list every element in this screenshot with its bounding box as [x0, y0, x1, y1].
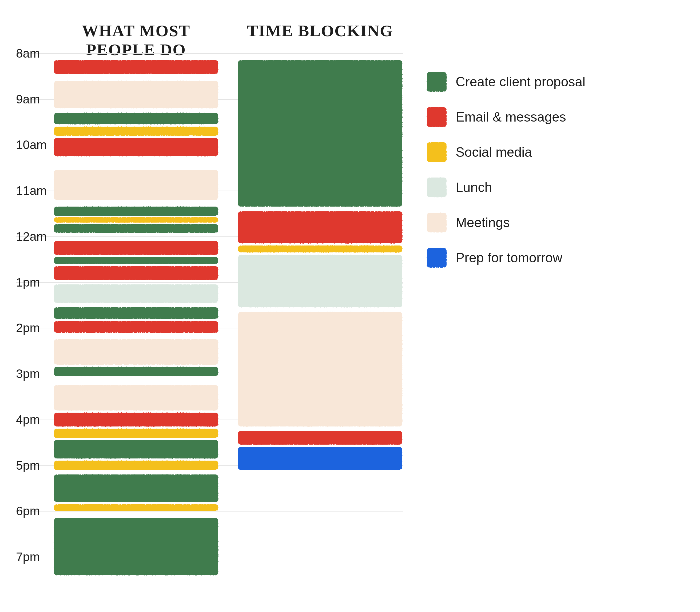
time-block-pink: [54, 339, 218, 364]
legend-item-lunch: Lunch: [427, 178, 585, 197]
time-block-red: [54, 60, 218, 74]
legend-swatch: [427, 178, 447, 197]
legend-label: Email & messages: [456, 109, 566, 125]
axis-tick: 1pm: [16, 275, 53, 290]
axis-tick: 7pm: [16, 550, 53, 564]
timeline-chart: 8am9am10am11am12am1pm2pm3pm4pm5pm6pm7pm: [16, 53, 403, 580]
axis-tick: 4pm: [16, 412, 53, 427]
time-block-green: [238, 60, 402, 207]
legend-item-blue: Prep for tomorrow: [427, 248, 585, 268]
time-block-yellow: [54, 461, 218, 470]
axis-tick: 2pm: [16, 321, 53, 335]
column-title-right: TIME BLOCKING: [238, 21, 403, 40]
time-block-green: [54, 474, 218, 502]
time-block-yellow: [54, 504, 218, 511]
time-block-red: [54, 413, 218, 427]
axis-tick: 12am: [16, 229, 53, 244]
legend: Create client proposalEmail & messagesSo…: [427, 72, 585, 268]
legend-swatch: [427, 248, 447, 268]
legend-swatch: [427, 142, 447, 162]
time-block-green: [54, 367, 218, 376]
legend-label: Create client proposal: [456, 74, 585, 89]
time-block-red: [54, 241, 218, 255]
axis-tick: 9am: [16, 92, 53, 106]
time-block-green: [54, 257, 218, 264]
time-block-pink: [54, 170, 218, 200]
axis-tick: 11am: [16, 183, 53, 198]
axis-tick: 3pm: [16, 366, 53, 381]
legend-label: Lunch: [456, 180, 492, 195]
axis-tick: 8am: [16, 46, 53, 60]
time-block-blue: [238, 447, 402, 470]
legend-item-red: Email & messages: [427, 107, 585, 127]
column-time-blocking: [238, 53, 403, 580]
legend-item-green: Create client proposal: [427, 72, 585, 92]
time-block-pink: [54, 81, 218, 108]
time-block-green: [54, 207, 218, 215]
time-block-yellow: [238, 246, 402, 252]
time-block-red: [238, 211, 402, 244]
legend-swatch: [427, 213, 447, 233]
time-block-green: [54, 224, 218, 233]
legend-item-yellow: Social media: [427, 142, 585, 162]
legend-label: Meetings: [456, 215, 510, 230]
time-block-green: [54, 440, 218, 458]
time-block-lunch: [238, 255, 402, 308]
time-block-yellow: [54, 127, 218, 136]
time-block-red: [54, 321, 218, 333]
legend-item-pink: Meetings: [427, 213, 585, 233]
axis-tick: 10am: [16, 138, 53, 152]
axis-tick: 5pm: [16, 458, 53, 473]
legend-label: Prep for tomorrow: [456, 250, 562, 265]
legend-label: Social media: [456, 144, 532, 160]
time-block-lunch: [54, 284, 218, 303]
time-block-pink: [238, 312, 402, 426]
time-block-green: [54, 113, 218, 124]
time-block-green: [54, 518, 218, 575]
column-most-people: [53, 53, 219, 580]
time-block-red: [54, 266, 218, 280]
legend-swatch: [427, 107, 447, 127]
time-block-pink: [54, 385, 218, 410]
legend-swatch: [427, 72, 447, 92]
time-block-red: [238, 431, 402, 445]
time-block-green: [54, 307, 218, 319]
axis-tick: 6pm: [16, 504, 53, 518]
time-block-yellow: [54, 429, 218, 438]
time-block-yellow: [54, 217, 218, 223]
time-block-red: [54, 138, 218, 156]
